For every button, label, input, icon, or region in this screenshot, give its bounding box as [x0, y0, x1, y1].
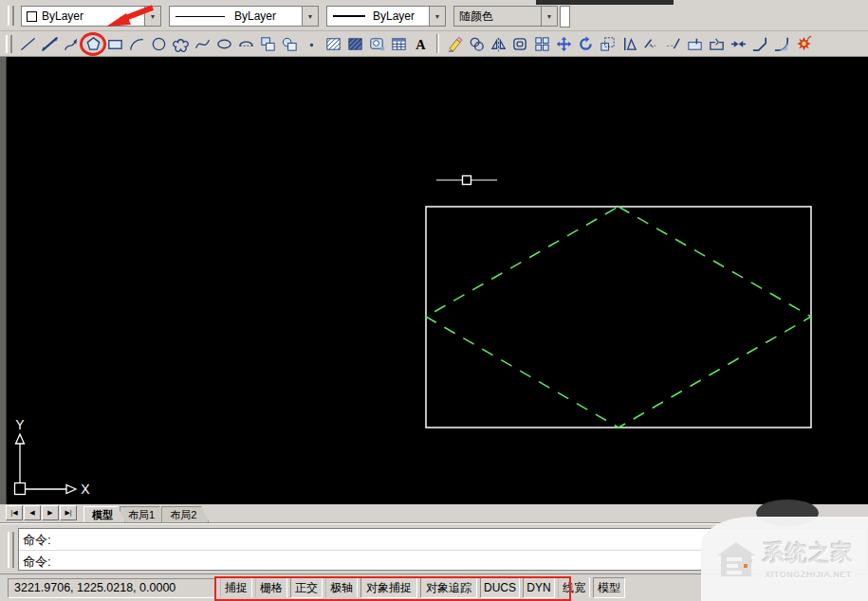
drawn-rectangle[interactable]: [426, 207, 811, 428]
mirror-icon: [489, 35, 508, 53]
spline-icon: [194, 35, 212, 53]
make-block-tool[interactable]: [279, 32, 301, 55]
polygon-tool[interactable]: [83, 32, 104, 55]
construction-line-tool[interactable]: [39, 32, 61, 55]
ucs-icon: YX: [15, 417, 91, 497]
rotate-tool[interactable]: [575, 32, 597, 55]
color-combo-value: ByLayer: [37, 9, 144, 23]
tab-layout2[interactable]: 布局2: [161, 506, 209, 522]
ellipse-arc-tool[interactable]: [235, 32, 257, 55]
offset-icon: [511, 35, 529, 53]
point-tool[interactable]: [301, 32, 323, 55]
hatch-tool[interactable]: [323, 32, 344, 55]
rectangle-tool[interactable]: [104, 32, 126, 55]
copy-tool[interactable]: [466, 32, 488, 55]
watermark-text: 系统之家 XITONGZHIJIA.NET: [763, 538, 854, 579]
modify-toolbar: [444, 32, 815, 55]
coordinates-readout: 3221.9706, 1225.0218, 0.0000: [8, 578, 216, 598]
crosshair-cursor: [436, 176, 497, 185]
linetype-combo[interactable]: ByLayer ▼: [169, 6, 319, 27]
tab-nav-last[interactable]: ▶|: [60, 505, 77, 520]
array-tool[interactable]: [531, 32, 553, 55]
erase-tool[interactable]: [444, 32, 466, 55]
partial-panel-edge: [560, 6, 570, 27]
ellipse-tool[interactable]: [213, 32, 235, 55]
revision-cloud-tool[interactable]: [170, 32, 192, 55]
lineweight-combo[interactable]: ByLayer ▼: [326, 6, 446, 27]
fillet-tool[interactable]: [771, 32, 793, 55]
rectangle-icon: [106, 35, 124, 53]
draw-toolbar: A: [17, 32, 432, 55]
color-combo[interactable]: ByLayer ▼: [21, 6, 161, 27]
ellipse-icon: [215, 35, 233, 53]
line-tool[interactable]: [17, 32, 39, 55]
insert-block-tool[interactable]: [257, 32, 279, 55]
tab-nav-prev[interactable]: ◀: [24, 505, 41, 520]
move-tool[interactable]: [553, 32, 575, 55]
toolbar-grip[interactable]: [8, 6, 14, 26]
polygon-icon: [84, 35, 102, 53]
svg-text:X: X: [81, 482, 90, 497]
chevron-down-icon[interactable]: ▼: [144, 7, 160, 26]
rotate-icon: [577, 35, 595, 53]
fillet-icon: [773, 35, 791, 53]
multiline-text-tool[interactable]: A: [410, 32, 432, 55]
status-ortho[interactable]: 正交: [290, 577, 323, 598]
tab-nav-first[interactable]: |◀: [6, 505, 23, 520]
gradient-tool[interactable]: [344, 32, 366, 55]
offset-tool[interactable]: [509, 32, 531, 55]
status-ducs[interactable]: DUCS: [480, 577, 520, 598]
tab-nav-buttons: |◀◀▶▶|: [6, 505, 78, 522]
arc-tool[interactable]: [126, 32, 148, 55]
region-tool[interactable]: [366, 32, 388, 55]
status-model[interactable]: 模型: [593, 577, 625, 598]
linetype-combo-value: ByLayer: [225, 9, 302, 23]
circle-tool[interactable]: [148, 32, 170, 55]
join-tool[interactable]: [728, 32, 749, 55]
mtext-icon: A: [412, 35, 430, 53]
toolbar-grip[interactable]: [6, 35, 12, 53]
break-tool[interactable]: [706, 32, 728, 55]
extend-tool[interactable]: [662, 32, 684, 55]
tab-layout1[interactable]: 布局1: [120, 506, 167, 522]
status-grid[interactable]: 栅格: [255, 577, 287, 598]
polyline-tool[interactable]: [61, 32, 83, 55]
block-icon: [281, 35, 299, 53]
scale-tool[interactable]: [597, 32, 619, 55]
elliparc-icon: [237, 35, 255, 53]
explode-tool[interactable]: [793, 32, 815, 55]
mirror-tool[interactable]: [488, 32, 509, 55]
status-polar[interactable]: 极轴: [325, 577, 358, 598]
tab-model[interactable]: 模型: [83, 506, 125, 522]
breakpt-icon: [686, 35, 704, 53]
watermark-subtitle: XITONGZHIJIA.NET: [765, 570, 851, 579]
move-icon: [555, 35, 573, 53]
status-otrack[interactable]: 对象追踪: [420, 577, 477, 598]
drawn-diamond[interactable]: [426, 207, 811, 428]
status-osnap[interactable]: 对象捕捉: [360, 577, 417, 598]
tab-nav-next[interactable]: ▶: [42, 505, 59, 520]
trim-tool[interactable]: [640, 32, 662, 55]
break-at-point-tool[interactable]: [684, 32, 706, 55]
status-snap[interactable]: 捕捉: [220, 577, 252, 598]
plotstyle-combo[interactable]: 随颜色 ▼: [453, 6, 558, 27]
chamfer-icon: [751, 35, 769, 53]
drawing-canvas[interactable]: YX: [0, 57, 868, 504]
stretch-tool[interactable]: [619, 32, 640, 55]
explode-icon: [795, 35, 813, 53]
stretch-icon: [620, 35, 638, 53]
chevron-down-icon[interactable]: ▼: [429, 7, 445, 26]
svg-text:Y: Y: [15, 417, 25, 432]
chevron-down-icon[interactable]: ▼: [302, 7, 318, 26]
svg-text:A: A: [416, 36, 426, 51]
command-grip[interactable]: [8, 532, 14, 568]
erase-icon: [446, 35, 464, 53]
status-dyn[interactable]: DYN: [523, 577, 555, 598]
chamfer-tool[interactable]: [749, 32, 771, 55]
chevron-down-icon[interactable]: ▼: [541, 7, 557, 26]
spline-tool[interactable]: [192, 32, 213, 55]
autocad-window: ByLayer ▼ ByLayer ▼ ByLayer ▼ 随颜色 ▼ A: [0, 0, 868, 601]
table-tool[interactable]: [388, 32, 410, 55]
polyline-icon: [63, 35, 81, 53]
status-lineweight[interactable]: 线宽: [558, 577, 590, 598]
